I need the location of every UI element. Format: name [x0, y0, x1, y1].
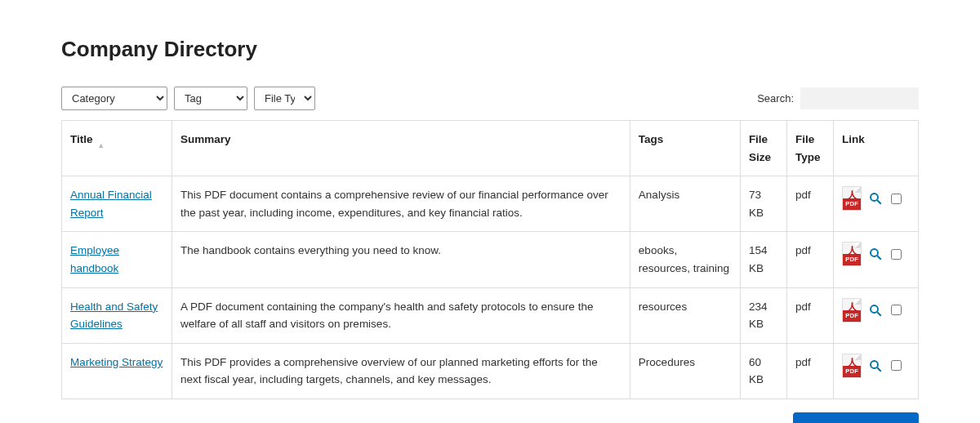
column-header-summary[interactable]: Summary: [172, 121, 630, 176]
column-header-tags[interactable]: Tags: [630, 121, 740, 176]
svg-point-4: [871, 305, 878, 313]
filters: Category Tag File Ty...: [61, 87, 315, 110]
column-header-file-size[interactable]: File Size: [740, 121, 786, 176]
file-type-cell: pdf: [786, 232, 833, 287]
document-title-link[interactable]: Annual Financial Report: [70, 189, 152, 219]
svg-point-0: [871, 194, 878, 201]
table-row: Marketing StrategyThis PDF provides a co…: [62, 343, 919, 399]
link-cell: 人PDF: [842, 354, 910, 378]
tag-filter[interactable]: Tag: [174, 87, 247, 110]
table-header-row: Title ▲ Summary Tags File Size File Type…: [62, 121, 919, 176]
preview-icon[interactable]: [868, 358, 883, 373]
svg-line-1: [877, 200, 881, 204]
svg-line-3: [877, 256, 881, 260]
svg-line-7: [877, 367, 881, 372]
link-cell: 人PDF: [842, 186, 910, 211]
search-label: Search:: [757, 92, 794, 105]
filetype-filter[interactable]: File Ty...: [254, 87, 315, 110]
column-header-title[interactable]: Title ▲: [62, 121, 172, 176]
table-row: Health and Safety GuidelinesA PDF docume…: [62, 287, 919, 343]
tags-cell: ebooks, resources, training: [630, 232, 740, 287]
file-type-cell: pdf: [786, 287, 833, 343]
document-title-link[interactable]: Employee handbook: [70, 244, 119, 274]
file-size-cell: 154 KB: [740, 232, 786, 287]
document-table: Title ▲ Summary Tags File Size File Type…: [61, 120, 919, 399]
file-size-cell: 73 KB: [740, 176, 786, 232]
link-cell: 人PDF: [842, 242, 910, 266]
document-title-link[interactable]: Health and Safety Guidelines: [70, 301, 158, 331]
svg-point-2: [871, 249, 878, 256]
svg-line-5: [877, 312, 881, 316]
pdf-icon[interactable]: 人PDF: [842, 242, 862, 266]
sort-arrow-icon: ▲: [97, 140, 105, 151]
tags-cell: Procedures: [630, 343, 740, 399]
search-area: Search:: [757, 87, 919, 109]
download-files-button[interactable]: Download Files: [793, 412, 919, 423]
summary-cell: A PDF document containing the company's …: [172, 287, 630, 343]
page-title: Company Directory: [61, 37, 919, 62]
column-header-file-type[interactable]: File Type: [786, 121, 833, 176]
link-cell: 人PDF: [842, 298, 910, 323]
file-size-cell: 234 KB: [740, 287, 786, 343]
tags-cell: Analysis: [630, 176, 740, 232]
summary-cell: The handbook contains everything you nee…: [172, 232, 630, 287]
pdf-icon[interactable]: 人PDF: [842, 298, 862, 323]
row-checkbox[interactable]: [891, 305, 902, 315]
download-row: Download Files: [61, 412, 919, 423]
pdf-icon[interactable]: 人PDF: [842, 354, 862, 378]
row-checkbox[interactable]: [891, 249, 902, 260]
summary-cell: This PDF document contains a comprehensi…: [172, 176, 630, 232]
preview-icon[interactable]: [868, 191, 883, 206]
file-type-cell: pdf: [786, 343, 833, 399]
preview-icon[interactable]: [868, 303, 883, 318]
pdf-icon[interactable]: 人PDF: [842, 186, 862, 211]
file-size-cell: 60 KB: [740, 343, 786, 399]
svg-point-6: [871, 361, 878, 368]
document-title-link[interactable]: Marketing Strategy: [70, 356, 163, 368]
search-input[interactable]: [800, 87, 919, 109]
table-row: Employee handbookThe handbook contains e…: [62, 232, 919, 287]
preview-icon[interactable]: [868, 247, 883, 261]
file-type-cell: pdf: [786, 176, 833, 232]
tags-cell: resources: [630, 287, 740, 343]
column-header-link[interactable]: Link: [834, 121, 919, 176]
controls-row: Category Tag File Ty... Search:: [61, 87, 919, 110]
row-checkbox[interactable]: [891, 360, 902, 371]
category-filter[interactable]: Category: [61, 87, 167, 110]
table-row: Annual Financial ReportThis PDF document…: [62, 176, 919, 232]
row-checkbox[interactable]: [891, 194, 902, 204]
summary-cell: This PDF provides a comprehensive overvi…: [172, 343, 630, 399]
